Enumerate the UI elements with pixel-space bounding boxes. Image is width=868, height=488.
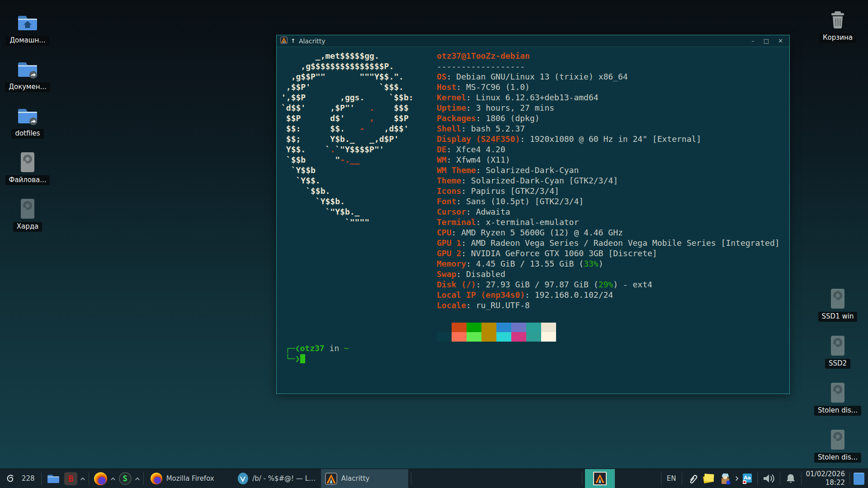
clock[interactable]: 01/02/2026 18:22	[804, 470, 847, 487]
terminal-content[interactable]: _,met$$$$$gg. ,g$$$$$$$$$$$$$$$P. ,g$$P"…	[277, 47, 789, 394]
separator	[582, 472, 582, 485]
separator	[780, 472, 780, 485]
desktop-icon-right-5[interactable]: Stolen dis...	[814, 429, 861, 463]
applications-menu-button[interactable]	[0, 469, 21, 488]
volume-tray-icon[interactable]	[763, 473, 775, 484]
notifications-bell-icon[interactable]	[785, 473, 796, 484]
drive-mid-icon	[827, 429, 849, 450]
clipboard-tray-icon[interactable]	[687, 473, 698, 484]
launcher-dropdown-arrow[interactable]	[134, 477, 141, 481]
desktop-icon-label: Корзина	[819, 33, 856, 43]
shell-prompt: ┌─❮otz37 in ~└─❯	[285, 343, 349, 364]
launcher-dropdown-arrow[interactable]	[110, 477, 116, 481]
firefox-icon	[94, 472, 107, 485]
taskbar: 228 B S Mozilla Firefox/b/	[0, 469, 868, 488]
green-s-launcher[interactable]: S	[116, 469, 134, 488]
palette-swatch	[437, 332, 452, 342]
green-s-icon: S	[119, 472, 132, 485]
desktop-icon-2[interactable]: Докумен...	[4, 58, 51, 92]
menu-count-label: 228	[22, 474, 35, 483]
librewolf-icon	[238, 473, 249, 484]
drive-light-icon	[17, 151, 38, 173]
palette-swatch	[511, 323, 526, 332]
palette-swatch	[452, 332, 467, 342]
separator	[411, 472, 411, 485]
window-titlebar[interactable]: ↑ Alacritty – □ ✕	[277, 35, 789, 47]
palette-swatch	[496, 332, 511, 342]
desktop-icon-label: Файлова...	[5, 175, 50, 185]
desktop-icon-label: SSD1 win	[818, 312, 858, 322]
alacritty-dock-icon	[593, 472, 607, 485]
desktop-icon-right-4[interactable]: Stolen dis...	[814, 382, 861, 416]
desktop-icon-label: Харда	[13, 222, 42, 232]
close-button[interactable]: ✕	[778, 38, 783, 44]
clock-date: 01/02/2026	[806, 470, 845, 479]
dictionary-tray-icon[interactable]: Aa	[742, 473, 752, 484]
alacritty-window-icon	[280, 37, 288, 46]
window-button-label: /b/ - %$#@! — Libr...	[252, 474, 317, 483]
alacritty-dock-button[interactable]	[585, 469, 615, 488]
clock-time: 18:22	[806, 479, 845, 487]
desktop: Домашн...Докумен...dotfilesФайлова...Хар…	[0, 0, 868, 488]
window-button-firefox[interactable]: Mozilla Firefox	[146, 469, 234, 488]
show-desktop-button[interactable]	[854, 473, 864, 485]
window-button-alacritty[interactable]: Alacritty	[321, 469, 408, 488]
drive-mid-icon	[827, 288, 849, 310]
desktop-icon-1[interactable]: Домашн...	[4, 12, 51, 46]
firefox-icon	[151, 473, 162, 484]
separator	[661, 472, 661, 485]
palette-swatch	[437, 323, 452, 332]
folder-icon	[47, 472, 60, 485]
folder-link-icon	[17, 58, 38, 80]
tray-expand-arrow[interactable]	[734, 476, 740, 481]
window-button-librewolf[interactable]: /b/ - %$#@! — Libr...	[234, 469, 321, 488]
separator	[849, 472, 850, 485]
palette-swatch	[481, 332, 496, 342]
launcher-dropdown-arrow[interactable]	[80, 477, 86, 481]
file-manager-launcher[interactable]	[44, 469, 62, 488]
drive-mid-icon	[827, 382, 849, 404]
desktop-icon-label: Домашн...	[6, 36, 49, 46]
fastfetch-info: otz37@1TooZz-debian------------------OS:…	[437, 51, 780, 310]
red-b-icon: B	[64, 472, 77, 485]
desktop-icon-label: dotfiles	[11, 129, 43, 139]
palette-swatch	[467, 323, 481, 332]
desktop-icon-right-2[interactable]: SSD1 win	[814, 288, 861, 322]
notes-tray-icon[interactable]	[703, 473, 715, 484]
window-button-list: Mozilla Firefox/b/ - %$#@! — Libr...Alac…	[146, 469, 408, 488]
svg-text:Aa: Aa	[744, 475, 751, 481]
palette-swatch	[511, 332, 526, 342]
anime-character-tray-icon[interactable]	[720, 473, 731, 485]
desktop-icon-label: Докумен...	[5, 82, 50, 92]
desktop-icon-right-3[interactable]: SSD2	[814, 335, 861, 369]
window-button-label: Alacritty	[341, 474, 370, 483]
minimize-button[interactable]: –	[751, 38, 755, 44]
drive-dark-icon	[17, 198, 38, 220]
window-title: Alacritty	[299, 38, 326, 45]
desktop-icon-3[interactable]: dotfiles	[4, 105, 51, 139]
palette-swatch	[541, 332, 556, 342]
debian-ascii-logo: _,met$$$$$gg. ,g$$$$$$$$$$$$$$$P. ,g$$P"…	[281, 51, 414, 227]
separator	[757, 472, 758, 485]
desktop-icon-right-1[interactable]: Корзина	[814, 9, 861, 43]
separator	[41, 472, 42, 485]
drive-mid-icon	[827, 335, 849, 357]
separator	[682, 472, 682, 485]
window-button-label: Mozilla Firefox	[166, 474, 214, 483]
folder-link-icon	[17, 105, 38, 127]
terminal-cursor	[300, 354, 305, 363]
desktop-icon-4[interactable]: Файлова...	[4, 151, 51, 185]
alacritty-window: ↑ Alacritty – □ ✕ _,met$$$$$gg. ,g$$$$$$…	[276, 35, 790, 394]
palette-swatch	[481, 323, 496, 332]
desktop-icon-5[interactable]: Харда	[4, 198, 51, 232]
red-b-launcher[interactable]: B	[62, 469, 80, 488]
terminal-color-palette	[437, 323, 556, 342]
palette-swatch	[541, 323, 556, 332]
firefox-launcher[interactable]	[92, 469, 110, 488]
separator	[89, 472, 89, 485]
palette-swatch	[496, 323, 511, 332]
keyboard-layout-indicator[interactable]: EN	[664, 474, 679, 483]
palette-row-1	[437, 323, 556, 332]
maximize-button[interactable]: □	[764, 38, 769, 44]
desktop-icon-label: Stolen dis...	[814, 406, 861, 416]
